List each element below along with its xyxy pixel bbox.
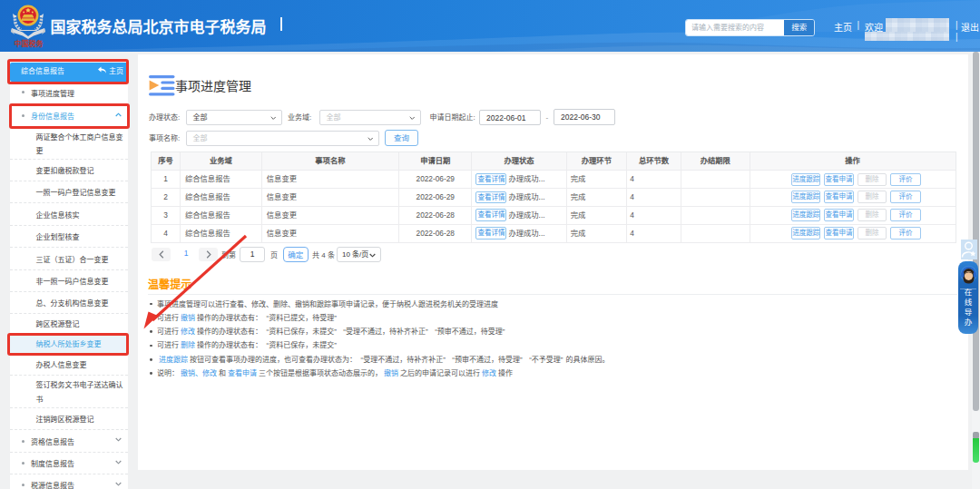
svg-text:中国税务: 中国税务 (15, 39, 44, 48)
